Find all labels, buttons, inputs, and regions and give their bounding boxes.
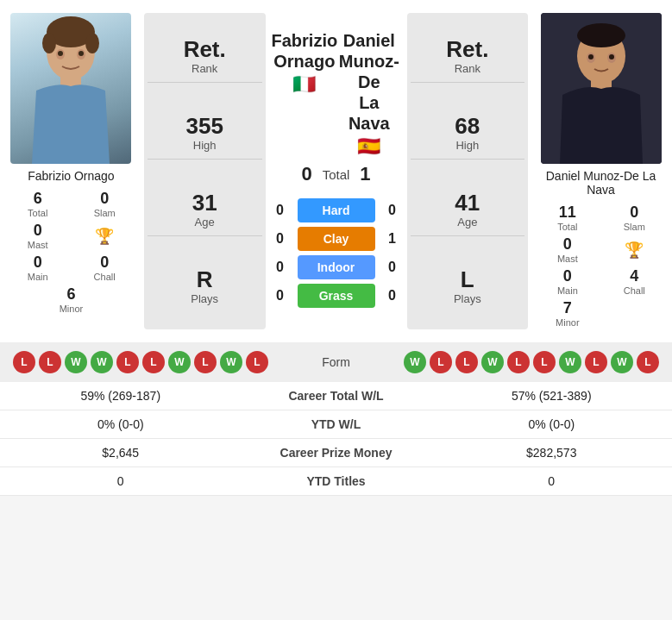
left-age-value: 31	[148, 191, 262, 216]
right-minor-cell: 7 Minor	[534, 297, 600, 329]
left-rank-block: Ret. Rank	[148, 34, 262, 83]
career-stats-row-3: 0 YTD Titles 0	[0, 467, 672, 496]
right-high-block: 68 High	[411, 110, 525, 160]
surface-row-hard: 0 Hard 0	[272, 198, 401, 222]
surface-btn-clay[interactable]: Clay	[298, 227, 375, 251]
top-section: Fabrizio Ornago 6 Total 0 Slam 0 Mast 🏆	[0, 0, 672, 342]
career-label-0: Career Total W/L	[242, 389, 431, 403]
left-flag: 🇮🇹	[292, 73, 316, 96]
left-slam-cell: 0 Slam	[71, 188, 137, 220]
surface-btn-hard[interactable]: Hard	[298, 198, 375, 222]
right-form-badges: WLLWLLWLWL	[404, 351, 659, 373]
right-player-name: Daniel Munoz-De La Nava	[534, 169, 668, 197]
right-high-label: High	[411, 139, 525, 152]
surface-right-1: 1	[384, 231, 401, 247]
surface-btn-grass[interactable]: Grass	[298, 284, 375, 308]
right-form-badge-7: L	[585, 351, 607, 373]
left-high-block: 355 High	[148, 110, 262, 160]
form-section: LLWWLLWLWL Form WLLWLLWLWL	[0, 342, 672, 382]
surface-right-2: 0	[384, 260, 401, 275]
left-age-block: 31 Age	[148, 187, 262, 236]
right-plays-block: L Plays	[411, 264, 525, 309]
career-right-2: $282,573	[431, 446, 673, 460]
right-age-value: 41	[411, 191, 525, 216]
surface-rows: 0 Hard 0 0 Clay 1 0 Indoor 0 0 Grass 0	[272, 194, 401, 312]
career-label-1: YTD W/L	[242, 417, 431, 431]
right-form-badge-0: W	[404, 351, 426, 373]
career-stats-row-2: $2,645 Career Prize Money $282,573	[0, 439, 672, 467]
surface-left-0: 0	[272, 203, 289, 218]
right-form-badge-8: W	[611, 351, 633, 373]
right-form-badge-2: L	[455, 351, 478, 373]
career-stats-row-0: 59% (269-187) Career Total W/L 57% (521-…	[0, 382, 672, 410]
career-right-3: 0	[431, 474, 673, 488]
right-player-card: Daniel Munoz-De La Nava 11 Total 0 Slam …	[530, 9, 672, 334]
career-left-0: 59% (269-187)	[0, 389, 242, 403]
right-form-badge-9: L	[637, 351, 659, 373]
right-rank-block: Ret. Rank	[411, 34, 525, 83]
right-mast-cell: 0 Mast	[534, 234, 600, 266]
surface-row-clay: 0 Clay 1	[272, 227, 401, 251]
right-header: Daniel Munoz-De La Nava 🇪🇸	[337, 30, 400, 158]
svg-point-4	[85, 33, 99, 53]
right-name-header: Daniel Munoz-De	[337, 30, 400, 92]
svg-point-7	[58, 51, 63, 56]
right-chall-cell: 4 Chall	[601, 266, 668, 297]
right-trophy-cell: 🏆	[601, 234, 668, 266]
career-left-1: 0% (0-0)	[0, 417, 242, 431]
right-minor-value: 7	[534, 299, 600, 317]
right-stats-grid: 11 Total 0 Slam 0 Mast 🏆 0 Main	[534, 202, 668, 329]
left-form-badge-9: L	[246, 351, 268, 373]
left-minor-cell: 6 Minor	[4, 284, 138, 316]
right-flag: 🇪🇸	[357, 135, 380, 158]
surface-row-indoor: 0 Indoor 0	[272, 255, 401, 279]
left-high-label: High	[148, 139, 262, 152]
left-trophy-icon: 🏆	[95, 227, 114, 246]
left-main-value: 0	[4, 254, 71, 272]
career-right-1: 0% (0-0)	[431, 417, 673, 431]
left-minor-value: 6	[4, 285, 138, 304]
total-label: Total	[323, 167, 350, 182]
right-age-block: 41 Age	[411, 187, 525, 236]
right-main-cell: 0 Main	[534, 266, 600, 297]
svg-point-16	[609, 54, 614, 59]
right-form-badge-1: L	[430, 351, 452, 373]
left-player-name: Fabrizio Ornago	[28, 169, 114, 183]
left-main-cell: 0 Main	[4, 252, 71, 284]
surface-right-0: 0	[384, 203, 401, 218]
right-chall-value: 4	[601, 267, 668, 285]
right-rank-label: Rank	[411, 62, 525, 75]
left-total-cell: 6 Total	[4, 188, 71, 220]
total-right-score: 1	[360, 163, 370, 185]
left-slam-value: 0	[71, 190, 137, 208]
left-plays-value: R	[148, 267, 262, 292]
left-rank-label: Rank	[148, 62, 262, 75]
total-left-score: 0	[301, 163, 311, 185]
right-mast-value: 0	[534, 235, 600, 254]
left-form-badges: LLWWLLWLWL	[13, 351, 268, 373]
center-section: Fabrizio Ornago 🇮🇹 Daniel Munoz-De La Na…	[267, 9, 405, 334]
right-age-label: Age	[411, 216, 525, 229]
left-mast-value: 0	[4, 222, 71, 240]
right-plays-label: Plays	[411, 292, 525, 305]
left-chall-value: 0	[71, 254, 137, 272]
surface-left-1: 0	[272, 231, 289, 247]
total-row: 0 Total 1	[301, 163, 370, 185]
left-form-badge-8: W	[220, 351, 242, 373]
left-trophy-cell: 🏆	[71, 220, 137, 252]
surface-left-3: 0	[272, 288, 289, 304]
right-total-value: 11	[534, 204, 600, 222]
career-stats-table: 59% (269-187) Career Total W/L 57% (521-…	[0, 382, 672, 496]
right-form-badge-6: W	[559, 351, 581, 373]
career-label-2: Career Prize Money	[242, 446, 431, 460]
left-high-value: 355	[148, 114, 262, 139]
left-player-photo	[10, 13, 131, 164]
right-plays-value: L	[411, 267, 525, 292]
surface-btn-indoor[interactable]: Indoor	[298, 255, 375, 279]
left-form-badge-2: W	[65, 351, 87, 373]
left-form-badge-6: W	[168, 351, 191, 373]
left-form-badge-3: W	[91, 351, 113, 373]
right-main-value: 0	[534, 267, 600, 285]
left-middle-panel: Ret. Rank 355 High 31 Age R Plays	[144, 13, 266, 329]
right-high-value: 68	[411, 114, 525, 139]
